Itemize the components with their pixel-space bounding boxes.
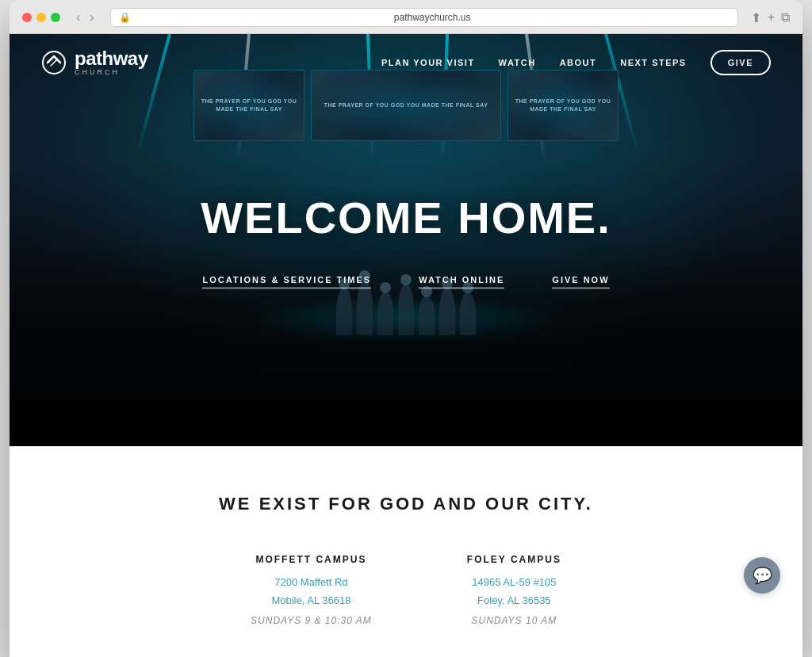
- foley-address-line2[interactable]: Foley, AL 36535: [467, 591, 561, 609]
- cta-locations[interactable]: LOCATIONS & SERVICE TIMES: [202, 275, 371, 289]
- foley-campus: FOLEY CAMPUS 14965 AL-59 #105 Foley, AL …: [467, 554, 561, 626]
- browser-chrome: ‹ › 🔒 pathwaychurch.us ⬆ + ⧉: [10, 0, 802, 34]
- logo-church: CHURCH: [75, 69, 148, 76]
- address-bar: pathwaychurch.us: [136, 12, 730, 23]
- campuses-row: MOFFETT CAMPUS 7200 Maffett Rd Mobile, A…: [41, 554, 771, 626]
- nav-give-button[interactable]: GIVE: [710, 50, 771, 75]
- logo-text: pathway CHURCH: [75, 49, 148, 76]
- nav-next-steps[interactable]: NEXT STEPS: [620, 58, 686, 67]
- share-button[interactable]: ⬆: [751, 10, 761, 25]
- hero-title: WELCOME HOME.: [10, 192, 802, 243]
- nav-links: PLAN YOUR VISIT WATCH ABOUT NEXT STEPS G…: [381, 50, 771, 75]
- cta-give-now[interactable]: GIVE NOW: [552, 275, 609, 289]
- website-content: THE PRAYER OF YOU GOD YOU MADE THE FINAL…: [10, 34, 802, 657]
- pathway-logo-icon: [41, 50, 67, 75]
- tabs-button[interactable]: ⧉: [781, 10, 790, 25]
- main-nav: pathway CHURCH PLAN YOUR VISIT WATCH ABO…: [10, 34, 802, 91]
- hero-cta-row: LOCATIONS & SERVICE TIMES WATCH ONLINE G…: [10, 275, 802, 289]
- logo-pathway: pathway: [75, 49, 148, 68]
- nav-plan-your-visit[interactable]: PLAN YOUR VISIT: [381, 58, 475, 67]
- close-button[interactable]: [22, 13, 32, 22]
- lock-icon: 🔒: [119, 12, 131, 23]
- maximize-button[interactable]: [51, 13, 60, 22]
- moffett-address-line2[interactable]: Mobile, AL 36618: [251, 591, 372, 609]
- chat-button[interactable]: 💬: [744, 557, 780, 594]
- chat-icon: 💬: [753, 566, 772, 585]
- moffett-campus-times: SUNDAYS 9 & 10:30 AM: [251, 615, 372, 626]
- nav-arrows: ‹ ›: [73, 9, 98, 26]
- minimize-button[interactable]: [36, 13, 46, 22]
- forward-button[interactable]: ›: [86, 9, 97, 26]
- foley-address-line1[interactable]: 14965 AL-59 #105: [467, 573, 561, 591]
- foley-campus-name: FOLEY CAMPUS: [467, 554, 561, 565]
- browser-controls-row: ‹ › 🔒 pathwaychurch.us ⬆ + ⧉: [22, 8, 790, 27]
- logo-area: pathway CHURCH: [41, 49, 148, 76]
- foley-campus-times: SUNDAYS 10 AM: [467, 615, 561, 626]
- moffett-campus: MOFFETT CAMPUS 7200 Maffett Rd Mobile, A…: [251, 554, 372, 626]
- foley-campus-address[interactable]: 14965 AL-59 #105 Foley, AL 36535: [467, 573, 561, 610]
- nav-about[interactable]: ABOUT: [560, 58, 597, 67]
- nav-watch[interactable]: WATCH: [499, 58, 536, 67]
- browser-window: ‹ › 🔒 pathwaychurch.us ⬆ + ⧉: [10, 0, 802, 657]
- cta-watch-online[interactable]: WATCH ONLINE: [419, 275, 504, 289]
- window-controls: [22, 13, 60, 22]
- moffett-address-line1[interactable]: 7200 Maffett Rd: [251, 573, 372, 591]
- hero-content: WELCOME HOME. LOCATIONS & SERVICE TIMES …: [10, 192, 802, 289]
- mission-text: WE EXIST FOR GOD AND OUR CITY.: [41, 494, 771, 514]
- hero-section: THE PRAYER OF YOU GOD YOU MADE THE FINAL…: [10, 34, 802, 446]
- lower-section: WE EXIST FOR GOD AND OUR CITY. MOFFETT C…: [10, 446, 802, 657]
- new-tab-button[interactable]: +: [768, 10, 775, 25]
- back-button[interactable]: ‹: [73, 9, 83, 26]
- moffett-campus-name: MOFFETT CAMPUS: [251, 554, 372, 565]
- browser-actions: ⬆ + ⧉: [751, 10, 790, 25]
- address-bar-container[interactable]: 🔒 pathwaychurch.us: [110, 8, 738, 27]
- moffett-campus-address[interactable]: 7200 Maffett Rd Mobile, AL 36618: [251, 573, 372, 610]
